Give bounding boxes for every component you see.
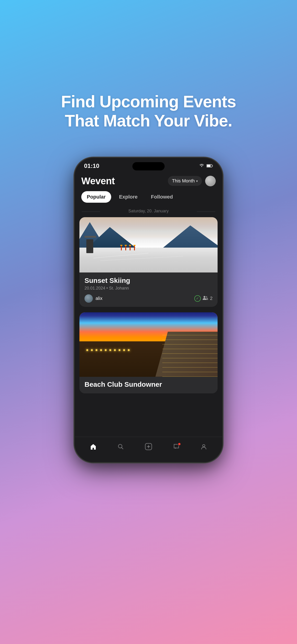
phone-screen: 01:10 (75, 158, 222, 462)
tab-navigation: Popular Explore Followed (75, 189, 222, 206)
nav-profile[interactable] (200, 444, 207, 452)
phone-frame: 01:10 (75, 158, 222, 462)
light-dot (128, 349, 130, 351)
fence-post (134, 246, 135, 250)
svg-point-5 (118, 444, 122, 448)
attendee-count: 2 (210, 296, 212, 301)
ski-fence (121, 246, 135, 250)
mountain-3 (148, 226, 218, 250)
bottom-navigation (75, 437, 222, 462)
app-content: 01:10 (75, 158, 222, 462)
status-time: 01:10 (84, 162, 100, 170)
nav-chat[interactable] (173, 444, 180, 452)
snow-ground (80, 248, 218, 272)
phone-mockup: 01:10 (75, 158, 222, 462)
fence-post (130, 246, 130, 250)
event-image-beach (80, 312, 218, 377)
header-right: This Month ▾ (168, 176, 216, 186)
fence-post (125, 246, 126, 250)
light-dot (86, 349, 88, 351)
hero-title: Find Upcoming Events That Match Your Vib… (61, 92, 236, 130)
battery-icon (206, 163, 213, 168)
nav-search[interactable] (118, 444, 124, 452)
chat-notification-badge (178, 442, 181, 446)
ski-lift (86, 239, 93, 253)
svg-point-3 (204, 296, 205, 298)
light-dot (123, 349, 125, 351)
tab-followed[interactable]: Followed (146, 191, 178, 203)
month-selector-button[interactable]: This Month ▾ (168, 176, 202, 186)
light-dot (118, 349, 120, 351)
wifi-icon (199, 163, 204, 168)
home-icon (90, 444, 96, 452)
event-meta-skiing: 20.01.2024 • St. Johann (84, 286, 212, 291)
hero-section: Find Upcoming Events That Match Your Vib… (61, 46, 236, 130)
add-icon (145, 443, 152, 452)
svg-point-4 (206, 296, 207, 298)
host-username: alix (96, 296, 102, 301)
app-name: Wevent (81, 176, 115, 186)
search-icon (118, 444, 124, 452)
app-header: Wevent This Month ▾ (75, 172, 222, 189)
beach-staircase-inner (162, 335, 218, 377)
chevron-down-icon: ▾ (196, 179, 198, 183)
event-card-sunset-skiing[interactable]: Sunset Skiing 20.01.2024 • St. Johann al… (80, 217, 218, 307)
beach-lights (86, 349, 211, 351)
nav-home[interactable] (90, 444, 96, 452)
host-avatar-image (84, 294, 93, 303)
dynamic-island (132, 162, 164, 170)
event-info-skiing: Sunset Skiing 20.01.2024 • St. Johann al… (80, 272, 218, 307)
svg-point-10 (202, 444, 205, 447)
attendee-info: ✓ 2 (194, 295, 212, 302)
tab-popular[interactable]: Popular (81, 191, 111, 203)
light-dot (96, 349, 98, 351)
verified-check-icon: ✓ (194, 295, 201, 302)
events-list: Sunset Skiing 20.01.2024 • St. Johann al… (75, 217, 222, 462)
tab-explore[interactable]: Explore (114, 191, 143, 203)
svg-rect-1 (212, 165, 213, 166)
event-image-ski (80, 217, 218, 272)
user-avatar[interactable] (205, 176, 216, 186)
light-dot (100, 349, 102, 351)
ski-scene (80, 217, 218, 272)
ski-mountains (80, 217, 218, 250)
light-dot (109, 349, 111, 351)
profile-icon (200, 444, 207, 452)
status-icons (199, 163, 213, 168)
host-avatar (84, 294, 93, 303)
svg-line-6 (122, 448, 123, 449)
date-divider: Saturday, 20. January (75, 206, 222, 217)
fence-post (121, 246, 122, 250)
avatar-image (205, 176, 216, 186)
nav-add[interactable] (145, 443, 152, 452)
event-footer-skiing: alix ✓ (84, 294, 212, 303)
event-title-beach: Beach Club Sundowner (84, 380, 212, 388)
event-info-beach: Beach Club Sundowner (80, 377, 218, 394)
light-dot (91, 349, 93, 351)
svg-rect-2 (207, 165, 211, 167)
event-title-skiing: Sunset Skiing (84, 277, 212, 284)
light-dot (114, 349, 116, 351)
month-selector-label: This Month (172, 178, 195, 184)
beach-scene (80, 312, 218, 377)
event-host-info: alix (84, 294, 102, 303)
people-icon (202, 296, 208, 301)
light-dot (105, 349, 106, 351)
event-card-beach-club[interactable]: Beach Club Sundowner (80, 312, 218, 394)
